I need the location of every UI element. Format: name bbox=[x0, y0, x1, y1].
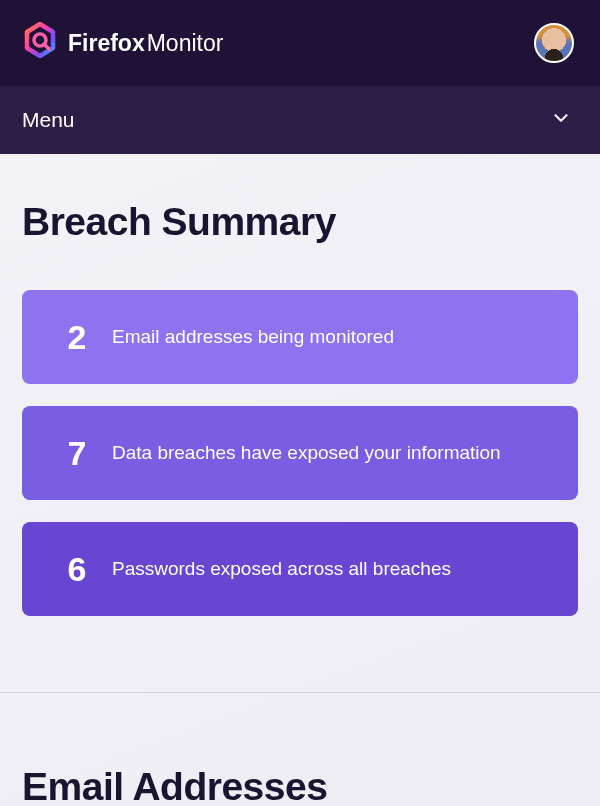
user-avatar[interactable] bbox=[534, 23, 574, 63]
brand-logo-icon bbox=[22, 22, 58, 64]
top-header: FirefoxMonitor bbox=[0, 0, 600, 86]
chevron-down-icon bbox=[550, 107, 572, 134]
brand-name: FirefoxMonitor bbox=[68, 30, 223, 57]
page-title: Breach Summary bbox=[22, 200, 578, 244]
brand[interactable]: FirefoxMonitor bbox=[22, 22, 223, 64]
summary-cards: 2 Email addresses being monitored 7 Data… bbox=[22, 290, 578, 616]
summary-card-passwords[interactable]: 6 Passwords exposed across all breaches bbox=[22, 522, 578, 616]
card-label: Email addresses being monitored bbox=[112, 326, 394, 348]
card-count: 6 bbox=[42, 550, 112, 589]
summary-card-breaches[interactable]: 7 Data breaches have exposed your inform… bbox=[22, 406, 578, 500]
card-count: 7 bbox=[42, 434, 112, 473]
card-label: Data breaches have exposed your informat… bbox=[112, 442, 501, 464]
menu-label: Menu bbox=[22, 108, 75, 132]
summary-card-monitored[interactable]: 2 Email addresses being monitored bbox=[22, 290, 578, 384]
svg-line-1 bbox=[44, 44, 49, 49]
section-title: Email Addresses bbox=[22, 765, 578, 806]
menu-toggle[interactable]: Menu bbox=[0, 86, 600, 154]
breach-summary-section: Breach Summary 2 Email addresses being m… bbox=[0, 154, 600, 616]
card-count: 2 bbox=[42, 318, 112, 357]
card-label: Passwords exposed across all breaches bbox=[112, 558, 451, 580]
email-addresses-section: Email Addresses bbox=[0, 692, 600, 806]
